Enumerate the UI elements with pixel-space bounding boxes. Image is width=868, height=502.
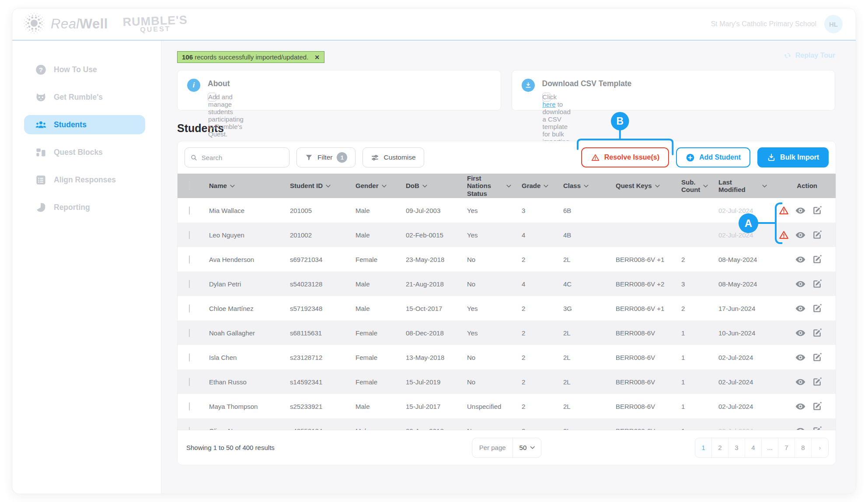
bulk-import-button[interactable]: Bulk Import (757, 147, 829, 167)
sidebar-item-reporting[interactable]: Reporting (29, 198, 145, 217)
warning-action[interactable] (778, 229, 789, 241)
filter-button[interactable]: Filter 1 (296, 147, 356, 167)
view-action[interactable] (795, 401, 806, 412)
cell-gender: Female (349, 345, 399, 370)
cell-grade: 2 (515, 345, 556, 370)
cell-name: Dylan Petri (202, 272, 283, 296)
warning-action[interactable] (778, 205, 789, 216)
sort-chevron-icon[interactable] (762, 185, 767, 188)
cell-first-nations: No (460, 345, 515, 370)
sort-chevron-icon[interactable] (422, 185, 427, 188)
view-action[interactable] (795, 376, 806, 387)
search-box[interactable] (185, 147, 289, 167)
row-checkbox[interactable] (189, 206, 190, 215)
sort-chevron-icon[interactable] (544, 185, 548, 188)
replay-tour-button[interactable]: Replay Tour (783, 51, 835, 60)
csv-here-link[interactable]: here (543, 101, 556, 108)
sort-chevron-icon[interactable] (506, 185, 511, 188)
sidebar-item-quest-blocks[interactable]: Quest Blocks (29, 143, 145, 162)
column-header-dob[interactable]: DoB (399, 174, 460, 198)
cell-name: Mia Wallace (202, 198, 283, 223)
download-tray-icon (767, 153, 776, 162)
column-header-grade[interactable]: Grade (515, 174, 556, 198)
sort-chevron-icon[interactable] (326, 185, 331, 188)
column-header-last-modified[interactable]: Last Modified (711, 174, 770, 198)
edit-action[interactable] (811, 278, 823, 289)
view-action[interactable] (795, 425, 806, 430)
toast-close-icon[interactable]: ✕ (314, 54, 320, 61)
sidebar-item-label: Students (54, 120, 87, 129)
edit-action[interactable] (811, 376, 823, 387)
cell-student-id: 201002 (283, 223, 349, 247)
cell-quest-keys: BERR008-6V +1 (609, 296, 674, 321)
column-header-student-id[interactable]: Student ID (283, 174, 349, 198)
cell-dob: 08-Dec-2018 (399, 321, 460, 345)
column-header-first-nations-status[interactable]: First Nations Status (460, 174, 515, 198)
view-action[interactable] (795, 352, 806, 363)
row-checkbox[interactable] (189, 427, 190, 430)
sort-chevron-icon[interactable] (584, 185, 589, 188)
page-button-2[interactable]: 2 (712, 438, 729, 457)
view-action[interactable] (795, 205, 806, 216)
user-avatar[interactable]: HL (824, 15, 843, 33)
cell-grade: 2 (515, 296, 556, 321)
column-header-class[interactable]: Class (556, 174, 609, 198)
row-checkbox[interactable] (189, 402, 190, 411)
row-checkbox[interactable] (189, 255, 190, 264)
sort-chevron-icon[interactable] (230, 185, 235, 188)
search-input[interactable] (202, 154, 284, 161)
page-button-4[interactable]: 4 (745, 438, 762, 457)
sidebar-item-align-responses[interactable]: Align Responses (29, 170, 145, 189)
cell-dob: 09-Jul-2003 (399, 198, 460, 223)
edit-icon (812, 376, 823, 387)
per-page-select[interactable]: 50 (513, 438, 541, 457)
sort-chevron-icon[interactable] (655, 185, 660, 188)
edit-action[interactable] (811, 401, 823, 412)
reporting-icon (35, 202, 47, 213)
sidebar-item-get-rumble-s[interactable]: Get Rumble's (29, 87, 145, 107)
edit-action[interactable] (811, 327, 823, 338)
row-checkbox[interactable] (189, 280, 190, 288)
cell-grade: 2 (515, 247, 556, 272)
sort-chevron-icon[interactable] (382, 185, 387, 188)
view-action[interactable] (795, 278, 806, 289)
edit-action[interactable] (811, 205, 823, 216)
cell-dob: 15-Jul-2017 (399, 394, 460, 418)
column-header-quest-keys[interactable]: Quest Keys (609, 174, 674, 198)
column-header-name[interactable]: Name (202, 174, 283, 198)
customise-button[interactable]: Customise (363, 147, 424, 167)
edit-action[interactable] (811, 303, 823, 314)
edit-action[interactable] (811, 352, 823, 363)
view-action[interactable] (795, 254, 806, 265)
column-header-gender[interactable]: Gender (349, 174, 399, 198)
page-button-1[interactable]: 1 (695, 438, 712, 457)
resolve-issues-button[interactable]: B Resolve Issue(s) (581, 147, 669, 167)
sidebar-item-students[interactable]: Students (24, 115, 145, 134)
row-checkbox[interactable] (189, 378, 190, 386)
view-action[interactable] (795, 327, 806, 338)
add-student-button[interactable]: Add Student (676, 147, 750, 167)
edit-icon (812, 205, 823, 216)
cell-class: 3G (556, 296, 609, 321)
column-header-sub-count[interactable]: Sub. Count (674, 174, 711, 198)
select-all-checkbox[interactable] (189, 181, 190, 190)
edit-action[interactable] (811, 229, 823, 241)
sort-chevron-icon[interactable] (703, 185, 708, 188)
sidebar-item-how-to-use[interactable]: ?How To Use (29, 60, 145, 79)
page-button-8[interactable]: 8 (795, 438, 812, 457)
view-action[interactable] (795, 303, 806, 314)
cell-sub-count (674, 198, 711, 223)
realwell-logo-icon (23, 12, 45, 36)
page-button-7[interactable]: 7 (778, 438, 795, 457)
row-checkbox[interactable] (189, 353, 190, 362)
edit-action[interactable] (811, 425, 823, 430)
next-page-button[interactable]: › (812, 438, 828, 457)
cell-class: 2L (556, 321, 609, 345)
row-checkbox[interactable] (189, 329, 190, 337)
view-action[interactable] (795, 229, 806, 241)
page-button-3[interactable]: 3 (729, 438, 745, 457)
row-checkbox[interactable] (189, 231, 190, 239)
row-checkbox[interactable] (189, 304, 190, 313)
cell-action (770, 223, 836, 247)
edit-action[interactable] (811, 254, 823, 265)
